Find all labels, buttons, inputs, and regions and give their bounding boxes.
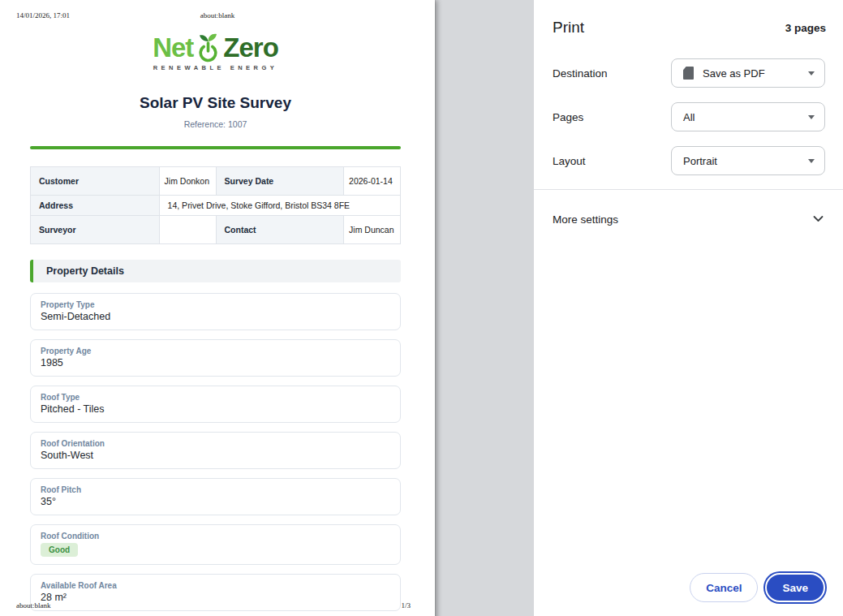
layout-value: Portrait [683,155,717,167]
print-preview-pane: 14/01/2026, 17:01 about:blank Net Zero [0,0,534,616]
field-value: South-West [41,450,390,461]
field-label: Roof Orientation [41,439,390,448]
field-label: Roof Condition [41,532,390,541]
field-card-roof-condition: Roof Condition Good [30,524,401,565]
table-row: Customer Jim Donkon Survey Date 2026-01-… [31,167,401,196]
layout-row: Layout Portrait [534,146,843,175]
green-divider-rule [30,146,401,149]
surveyor-value [159,216,216,244]
company-logo: Net Zero RENEWABLE ENERGY [30,32,401,71]
dropdown-caret-icon [808,159,815,163]
power-seedling-icon [197,32,219,63]
field-label: Available Roof Area [41,581,390,590]
cancel-button[interactable]: Cancel [690,573,758,602]
print-dialog-title: Print [553,19,584,37]
pdf-document-icon [683,67,694,80]
destination-select[interactable]: Save as PDF [671,58,825,88]
field-card-property-age: Property Age 1985 [30,339,401,377]
contact-label: Contact [216,216,344,244]
dropdown-caret-icon [808,71,815,75]
status-badge-good: Good [41,543,78,557]
print-page-header: 14/01/2026, 17:01 about:blank [0,0,435,19]
print-footer-page-indicator: 1/3 [401,601,411,610]
dropdown-caret-icon [808,115,815,119]
layout-label: Layout [553,155,586,167]
address-value: 14, Privet Drive, Stoke Gifford, Bristol… [159,196,400,216]
field-value: 35° [41,496,390,507]
survey-date-label: Survey Date [216,167,344,196]
customer-value: Jim Donkon [159,167,216,196]
customer-label: Customer [31,167,160,196]
save-button[interactable]: Save [765,573,825,602]
print-header-url: about:blank [0,11,435,19]
page-count: 3 pages [785,22,826,34]
field-value: 1985 [41,357,390,368]
survey-info-table: Customer Jim Donkon Survey Date 2026-01-… [30,166,401,244]
field-card-roof-type: Roof Type Pitched - Tiles [30,386,401,423]
table-row: Surveyor Contact Jim Duncan [31,216,401,244]
print-footer-url: about:blank [16,601,51,610]
chevron-down-icon [813,216,824,223]
destination-row: Destination Save as PDF [534,58,843,88]
field-label: Roof Pitch [41,485,390,494]
field-label: Property Type [41,300,390,309]
more-settings-label: More settings [553,213,618,226]
logo-word-zero: Zero [223,32,278,63]
field-card-roof-pitch: Roof Pitch 35° [30,478,401,515]
field-card-roof-orientation: Roof Orientation South-West [30,432,401,469]
pages-label: Pages [553,111,583,123]
layout-select[interactable]: Portrait [671,146,825,175]
logo-tagline: RENEWABLE ENERGY [30,64,401,71]
section-header-property-details: Property Details [30,260,401,282]
document-title: Solar PV Site Survey [30,94,401,112]
destination-label: Destination [553,67,608,80]
field-label: Property Age [41,347,390,355]
field-label: Roof Type [41,393,390,402]
pages-select[interactable]: All [671,102,825,131]
print-page-footer: about:blank 1/3 [0,601,435,610]
table-row: Address 14, Privet Drive, Stoke Gifford,… [31,196,401,216]
settings-divider [534,189,843,190]
field-value: Pitched - Tiles [41,403,390,415]
field-card-property-type: Property Type Semi-Detached [30,293,401,330]
pages-value: All [683,111,695,123]
survey-date-value: 2026-01-14 [344,167,401,196]
document-body: Net Zero RENEWABLE ENERGY Solar PV Site … [30,32,401,611]
destination-value: Save as PDF [703,67,765,80]
dialog-button-row: Cancel Save [690,573,827,602]
contact-value: Jim Duncan [344,216,401,244]
surveyor-label: Surveyor [31,216,160,244]
document-reference: Reference: 1007 [30,119,401,129]
more-settings-toggle[interactable]: More settings [534,206,843,232]
field-value: Semi-Detached [41,311,390,322]
address-label: Address [31,196,160,216]
logo-word-net: Net [153,32,193,63]
pages-row: Pages All [534,102,843,131]
print-settings-panel: Print 3 pages Destination Save as PDF Pa… [534,0,843,616]
preview-page-1: 14/01/2026, 17:01 about:blank Net Zero [0,0,435,616]
